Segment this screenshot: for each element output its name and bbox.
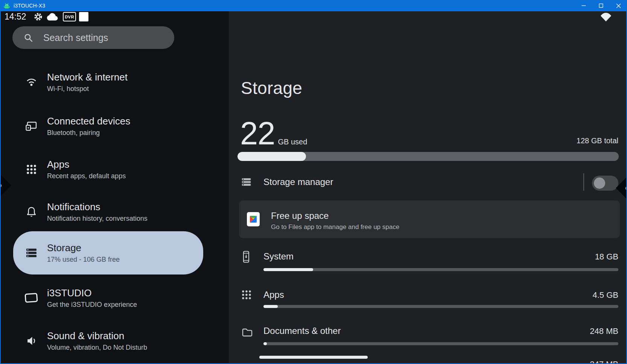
free-up-space-card[interactable]: Free up space Go to Files app to manage … [239, 200, 620, 238]
storage-usage-fill [237, 152, 306, 161]
partial-progress-line [259, 356, 368, 359]
category-usage-fill [263, 268, 313, 271]
category-usage-bar [263, 305, 618, 308]
display-icon [24, 291, 39, 304]
sidebar-item-sublabel: 17% used - 106 GB free [47, 255, 120, 264]
total-storage: 128 GB total [577, 136, 618, 145]
cast-square-icon [79, 12, 88, 21]
settings-search[interactable] [12, 26, 174, 49]
minimize-icon [581, 3, 586, 8]
storage-icon [24, 248, 39, 258]
android-app-icon [3, 3, 10, 9]
maximize-button[interactable] [592, 0, 610, 11]
category-label: Documents & other [263, 326, 341, 336]
sidebar-item-sublabel: Notification history, conversations [47, 214, 148, 223]
category-usage-bar [263, 268, 618, 271]
category-usage-fill [263, 342, 267, 345]
used-amount: 22 [240, 117, 275, 149]
sidebar-item-label: i3STUDIO [47, 287, 137, 299]
folder-icon [241, 327, 253, 338]
settings-gear-icon [33, 12, 43, 23]
close-icon [616, 3, 621, 8]
sidebar-item-label: Notifications [47, 201, 148, 212]
sidebar-item-sound-vibration[interactable]: Sound & vibrationVolume, vibration, Do N… [13, 324, 203, 358]
category-usage-bar [263, 342, 618, 345]
sidebar-item-network-internet[interactable]: Network & internetWi-Fi, hotspot [13, 65, 203, 99]
sidebar-item-sublabel: Recent apps, default apps [47, 172, 126, 180]
category-label: Apps [263, 290, 284, 300]
titlebar: i3TOUCH-X3 [0, 0, 627, 11]
toggle-thumb [594, 177, 605, 189]
sidebar-item-label: Storage [47, 242, 120, 253]
devices-icon [24, 120, 39, 132]
category-size: 18 GB [595, 252, 618, 262]
sidebar-item-label: Apps [47, 159, 126, 170]
used-unit: GB used [278, 138, 307, 146]
sidebar-item-sublabel: Volume, vibration, Do Not Disturb [47, 343, 147, 352]
status-time: 14:52 [5, 12, 26, 22]
window-border-left [0, 11, 1, 363]
apps-grid-icon [241, 290, 252, 302]
category-size: 4.5 GB [593, 290, 618, 300]
storage-manager-row[interactable]: Storage manager [237, 171, 619, 194]
wifi-status-icon [600, 12, 612, 24]
storage-manager-icon [241, 177, 251, 188]
sidebar-item-i3studio[interactable]: i3STUDIOGet the i3STUDIO experience [13, 281, 203, 315]
maximize-icon [599, 3, 603, 8]
dvr-icon: DVR [63, 12, 76, 21]
sidebar-item-label: Network & internet [47, 71, 128, 83]
sidebar-item-sublabel: Get the i3STUDIO experience [47, 300, 137, 309]
dvr-label: DVR [65, 15, 74, 19]
sidebar-item-apps[interactable]: AppsRecent apps, default apps [13, 152, 203, 186]
storage-manager-label: Storage manager [263, 177, 333, 187]
free-up-space-title: Free up space [271, 211, 329, 221]
close-button[interactable] [610, 0, 627, 11]
sidebar-item-sublabel: Bluetooth, pairing [47, 129, 130, 137]
category-usage-fill [263, 305, 278, 308]
category-size: 248 MB [590, 326, 618, 336]
bell-icon [24, 206, 39, 218]
search-icon [23, 33, 33, 43]
sidebar-item-storage[interactable]: Storage17% used - 106 GB free [13, 231, 203, 275]
page-title: Storage [241, 78, 302, 98]
free-up-space-subtitle: Go to Files app to manage and free up sp… [271, 223, 399, 231]
window-title: i3TOUCH-X3 [14, 3, 45, 9]
storage-used-summary: 22 GB used [240, 117, 307, 149]
divider [583, 173, 584, 191]
sidebar-item-connected-devices[interactable]: Connected devicesBluetooth, pairing [13, 109, 203, 143]
cloud-icon [46, 12, 59, 23]
files-app-icon [247, 212, 260, 226]
sidebar-item-label: Connected devices [47, 115, 130, 127]
sidebar-item-label: Sound & vibration [47, 330, 147, 341]
sidebar-item-sublabel: Wi-Fi, hotspot [47, 85, 128, 93]
i3touch-window: i3TOUCH-X3 14:52 DVR [0, 0, 627, 364]
minimize-button[interactable] [575, 0, 592, 11]
search-input[interactable] [43, 32, 167, 43]
apps-grid-icon [24, 164, 39, 175]
storage-manager-toggle[interactable] [592, 176, 618, 191]
wifi-icon [24, 76, 39, 88]
speaker-icon [24, 335, 39, 347]
storage-usage-bar [237, 152, 619, 161]
sidebar-item-notifications[interactable]: NotificationsNotification history, conve… [13, 195, 203, 229]
category-label: System [263, 251, 294, 262]
system-icon [241, 250, 251, 265]
